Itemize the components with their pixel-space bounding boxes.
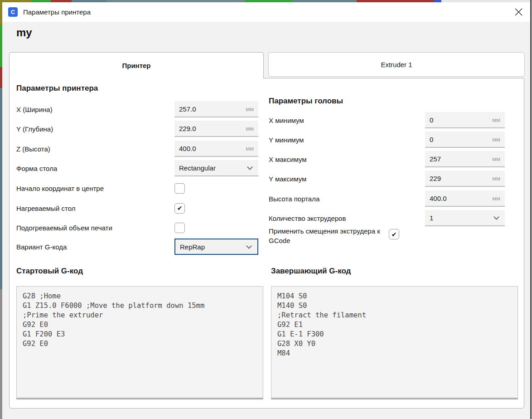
field-label: Нагреваемый стол <box>16 205 174 212</box>
field-label: Y максимум <box>269 175 425 183</box>
chevron-down-icon <box>247 164 253 170</box>
field-value: 257.0 <box>179 105 246 113</box>
printer-tab-content: Параметры принтера X (Ширина) 257.0 мм Y… <box>9 78 524 409</box>
window-title: Параметры принтера <box>23 8 91 16</box>
field-label: X (Ширина) <box>16 106 174 113</box>
end-gcode-editor[interactable]: M104 S0 M140 S0 ;Retract the filament G9… <box>271 286 518 400</box>
select-value: RepRap <box>180 243 243 251</box>
printer-settings-heading: Параметры принтера <box>16 84 98 93</box>
row-x-min: X минимум 0 мм <box>269 112 505 128</box>
heated-bed-checkbox[interactable]: ✔ <box>174 203 185 214</box>
field-label: Количество экструдеров <box>269 214 425 222</box>
z-height-input[interactable]: 400.0 мм <box>174 141 258 157</box>
field-label: Применить смещения экструдера к GCode <box>269 226 389 245</box>
row-gantry-height: Высота портала 400.0 мм <box>269 190 505 207</box>
row-heated-build-volume: Подогреваемый объем печати <box>16 219 258 236</box>
select-value: 1 <box>430 214 491 222</box>
field-value: 257 <box>430 155 492 163</box>
row-origin-at-center: Начало координат в центре <box>16 180 258 196</box>
field-label: Высота портала <box>269 195 425 203</box>
unit-label: мм <box>492 136 500 143</box>
title-bar: C Параметры принтера <box>2 2 530 22</box>
y-depth-input[interactable]: 229.0 мм <box>174 121 258 137</box>
y-min-input[interactable]: 0 мм <box>425 132 505 148</box>
field-value: 400.0 <box>179 145 246 152</box>
machine-name: my <box>16 26 32 39</box>
cura-app-icon: C <box>8 7 18 17</box>
chevron-down-icon <box>246 243 252 249</box>
origin-at-center-checkbox[interactable] <box>174 183 185 194</box>
unit-label: мм <box>246 145 254 152</box>
unit-label: мм <box>492 195 500 202</box>
end-gcode-text: M104 S0 M140 S0 ;Retract the filament G9… <box>271 287 517 358</box>
start-gcode-text: G28 ;Home G1 Z15.0 F6000 ;Move the platf… <box>17 287 263 349</box>
field-label: Z (Высота) <box>16 145 174 153</box>
row-x-max: X максимум 257 мм <box>269 151 505 167</box>
field-value: 229.0 <box>179 125 246 132</box>
field-label: X максимум <box>269 156 425 163</box>
x-width-input[interactable]: 257.0 мм <box>174 101 258 117</box>
gcode-flavor-select[interactable]: RepRap <box>174 239 258 255</box>
field-label: Подогреваемый объем печати <box>16 224 174 232</box>
unit-label: мм <box>492 156 500 162</box>
unit-label: мм <box>492 175 500 182</box>
build-plate-shape-select[interactable]: Rectangular <box>174 160 258 176</box>
tab-extruder-1[interactable]: Extruder 1 <box>268 52 525 77</box>
heated-build-volume-checkbox[interactable] <box>174 223 185 233</box>
apply-extruder-offsets-checkbox[interactable]: ✔ <box>389 229 399 239</box>
start-gcode-editor[interactable]: G28 ;Home G1 Z15.0 F6000 ;Move the platf… <box>16 286 263 400</box>
row-extruder-count: Количество экструдеров 1 <box>269 210 505 226</box>
field-value: 400.0 <box>430 195 492 202</box>
unit-label: мм <box>492 117 500 123</box>
background-app-right-edge <box>530 0 532 419</box>
gantry-height-input[interactable]: 400.0 мм <box>425 190 505 207</box>
field-value: 0 <box>430 136 492 143</box>
x-min-input[interactable]: 0 мм <box>425 112 505 128</box>
row-y-min: Y минимум 0 мм <box>269 132 505 148</box>
row-y-depth: Y (Глубина) 229.0 мм <box>16 121 258 137</box>
close-button[interactable] <box>513 7 524 18</box>
unit-label: мм <box>246 106 254 112</box>
field-value: 229 <box>430 175 492 182</box>
field-label: Форма стола <box>16 165 174 172</box>
row-build-plate-shape: Форма стола Rectangular <box>16 160 258 176</box>
y-max-input[interactable]: 229 мм <box>425 171 505 187</box>
tab-printer[interactable]: Принтер <box>9 52 264 78</box>
field-label: Начало координат в центре <box>16 185 174 192</box>
end-gcode-heading: Завершающий G-код <box>271 267 351 276</box>
row-y-max: Y максимум 229 мм <box>269 171 505 187</box>
row-z-height: Z (Высота) 400.0 мм <box>16 141 258 157</box>
field-label: X минимум <box>269 117 425 124</box>
field-label: Y (Глубина) <box>16 125 174 133</box>
field-value: 0 <box>430 116 492 124</box>
select-value: Rectangular <box>179 164 244 172</box>
printhead-settings-heading: Параметры головы <box>269 97 343 106</box>
row-heated-bed: Нагреваемый стол ✔ <box>16 200 258 216</box>
row-x-width: X (Ширина) 257.0 мм <box>16 101 258 117</box>
chevron-down-icon <box>493 214 499 220</box>
printer-settings-dialog: C Параметры принтера my Принтер Extruder… <box>2 2 530 419</box>
close-icon <box>515 8 522 16</box>
row-gcode-flavor: Вариант G-кода RepRap <box>16 239 258 255</box>
field-label: Вариант G-кода <box>16 243 174 251</box>
x-max-input[interactable]: 257 мм <box>425 151 505 167</box>
start-gcode-heading: Стартовый G-код <box>16 267 83 276</box>
unit-label: мм <box>246 125 254 132</box>
field-label: Y минимум <box>269 136 425 144</box>
row-apply-extruder-offsets: Применить смещения экструдера к GCode ✔ <box>269 226 505 250</box>
extruder-count-select[interactable]: 1 <box>425 210 505 226</box>
